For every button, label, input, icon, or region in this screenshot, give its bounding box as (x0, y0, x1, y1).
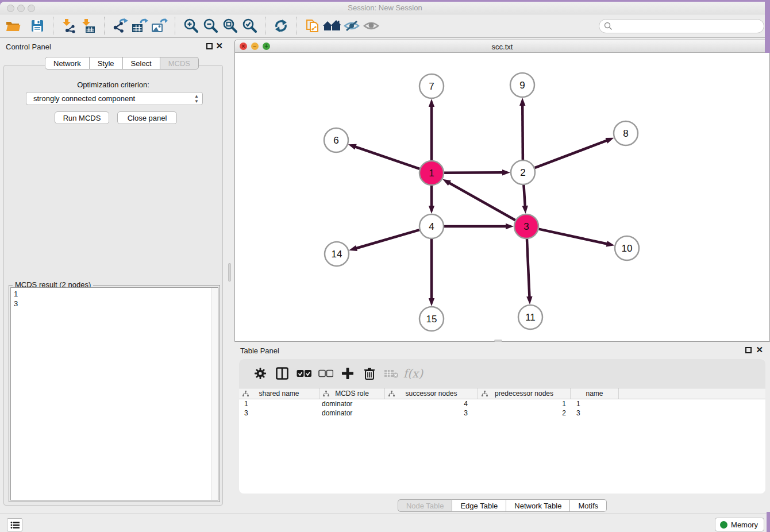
import-network-button[interactable] (59, 16, 79, 36)
hide-details-button[interactable] (342, 16, 361, 36)
edge-arrowhead (605, 138, 614, 144)
graph-edge-1-6[interactable] (355, 147, 419, 169)
zoom-in-button[interactable] (181, 16, 201, 36)
export-image-button[interactable] (149, 16, 169, 36)
main-toolbar (0, 14, 770, 38)
export-table-button[interactable] (130, 16, 149, 36)
zoom-selected-button[interactable] (240, 16, 259, 36)
run-mcds-button[interactable]: Run MCDS (55, 111, 109, 124)
table-cell[interactable]: 4 (385, 399, 478, 408)
zoom-out-button[interactable] (201, 16, 220, 36)
tab-select[interactable]: Select (123, 57, 160, 70)
memory-button[interactable]: Memory (715, 518, 764, 531)
edge-arrowhead (522, 206, 528, 214)
tab-network[interactable]: Network (45, 57, 90, 70)
delete-table-button[interactable] (380, 364, 402, 383)
table-cell[interactable]: dominator (319, 399, 385, 408)
edge-arrowhead (502, 169, 510, 175)
column-header-filler (619, 388, 765, 399)
memory-label: Memory (731, 521, 758, 529)
column-header-name[interactable]: name (571, 388, 619, 399)
column-header-predecessor-nodes[interactable]: predecessor nodes (478, 388, 571, 399)
graph-edge-3-1[interactable] (449, 183, 515, 221)
select-all-columns-button[interactable] (293, 364, 315, 383)
tab-style[interactable]: Style (90, 57, 123, 70)
tab-network-table[interactable]: Network Table (506, 499, 570, 512)
graph-edge-2-3[interactable] (523, 185, 525, 207)
copy-network-button[interactable] (303, 16, 322, 36)
table-cell[interactable]: 3 (239, 408, 319, 418)
export-network-button[interactable] (110, 16, 130, 36)
horizontal-splitter-handle[interactable] (494, 340, 502, 342)
control-panel-header: Control Panel ✕ (0, 38, 226, 54)
tree-icon (323, 391, 329, 397)
close-panel-button[interactable]: Close panel (117, 111, 177, 124)
graph-edge-3-11[interactable] (527, 239, 530, 298)
table-cell[interactable]: 1 (571, 399, 619, 408)
graph-edge-2-9[interactable] (522, 105, 523, 160)
panel-splitter-handle[interactable] (228, 263, 231, 282)
network-canvas[interactable]: 7968124314101511 (235, 53, 769, 342)
status-bar: Memory (0, 514, 770, 532)
delete-column-button[interactable] (359, 364, 380, 383)
function-builder-button[interactable]: f(x) (402, 364, 424, 383)
import-table-button[interactable] (79, 16, 98, 36)
show-details-button[interactable] (361, 16, 381, 36)
edge-arrowhead (429, 99, 434, 107)
graph-edge-1-2[interactable] (444, 172, 503, 173)
tree-icon (242, 391, 249, 397)
table-cell[interactable]: 3 (571, 408, 619, 418)
graph-edge-4-14[interactable] (356, 230, 419, 248)
criterion-dropdown[interactable]: strongly connected component ▲▼ (26, 92, 203, 105)
search-input[interactable] (613, 22, 764, 30)
checked-boxes-icon (297, 369, 311, 377)
tab-edge-table[interactable]: Edge Table (452, 499, 506, 512)
mcds-result-text[interactable]: 1 3 (10, 287, 218, 500)
network-window-titlebar[interactable]: × − + scc.txt (235, 40, 769, 53)
table-cell[interactable]: 1 (239, 399, 319, 408)
window-title: Session: New Session (0, 3, 770, 12)
zoom-fit-button[interactable] (220, 16, 240, 36)
desktop-strip-top (0, 0, 770, 2)
table-row[interactable]: 1dominator411 (239, 399, 765, 408)
edge-arrowhead (348, 144, 357, 150)
task-history-button[interactable] (7, 518, 22, 531)
home-button[interactable] (322, 16, 342, 36)
unselect-all-columns-button[interactable] (315, 364, 337, 383)
table-cell[interactable]: 3 (385, 408, 478, 418)
close-table-panel-icon[interactable]: ✕ (756, 345, 763, 354)
settings-button[interactable] (249, 364, 271, 383)
node-label: 11 (525, 312, 536, 323)
open-folder-icon (6, 20, 21, 32)
column-header-successor-nodes[interactable]: successor nodes (385, 388, 478, 399)
graph-edge-2-8[interactable] (535, 140, 608, 168)
column-header-shared-name[interactable]: shared name (239, 388, 319, 399)
refresh-button[interactable] (271, 16, 291, 36)
node-label: 2 (520, 167, 525, 178)
plus-icon (341, 367, 354, 380)
add-column-button[interactable] (337, 364, 359, 383)
graph-edge-3-10[interactable] (538, 229, 607, 244)
table-cell[interactable]: 1 (478, 399, 571, 408)
save-session-button[interactable] (28, 16, 47, 36)
float-panel-icon[interactable] (206, 43, 213, 49)
table-cell[interactable]: dominator (319, 408, 385, 418)
table-row[interactable]: 3dominator323 (239, 408, 765, 418)
network-window-title: scc.txt (235, 43, 769, 51)
mcds-result-lines: 1 3 (14, 290, 18, 308)
tab-node-table[interactable]: Node Table (398, 499, 453, 512)
tab-motifs[interactable]: Motifs (570, 499, 607, 512)
table-panel-tabs: Node Table Edge Table Network Table Moti… (234, 499, 770, 512)
tab-mcds[interactable]: MCDS (160, 57, 199, 70)
table-cell[interactable]: 2 (478, 408, 571, 418)
split-view-button[interactable] (271, 364, 293, 383)
result-scrollbar[interactable] (211, 288, 218, 500)
app-titlebar: Session: New Session (0, 2, 770, 14)
table-header-row: shared nameMCDS rolesuccessor nodesprede… (239, 388, 765, 399)
column-header-MCDS-role[interactable]: MCDS role (319, 388, 385, 399)
node-label: 9 (519, 80, 525, 91)
close-panel-icon[interactable]: ✕ (215, 41, 223, 51)
open-session-button[interactable] (3, 16, 23, 36)
edge-arrowhead (429, 298, 434, 306)
float-table-panel-icon[interactable] (745, 347, 752, 353)
